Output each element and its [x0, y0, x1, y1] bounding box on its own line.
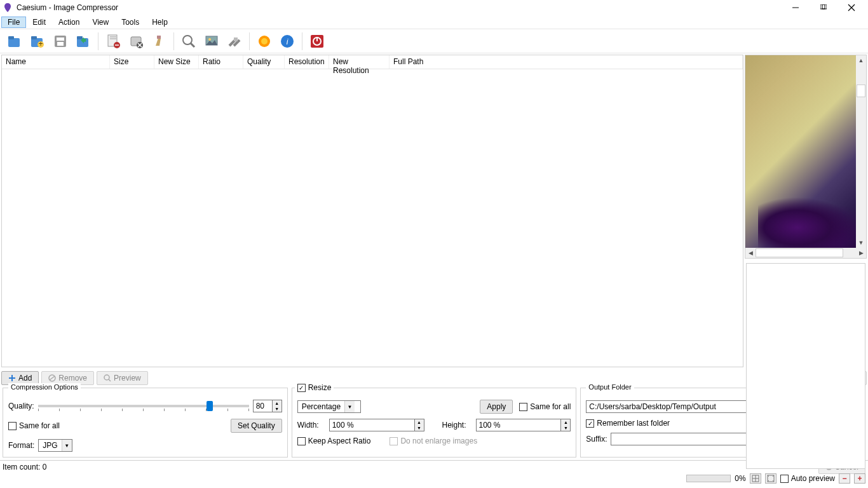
- height-label: Height:: [442, 421, 471, 430]
- preview-image[interactable]: [745, 55, 856, 248]
- menu-tools[interactable]: Tools: [115, 17, 146, 28]
- titlebar: Caesium - Image Compressor: [0, 0, 868, 15]
- keep-aspect-checkbox[interactable]: Keep Aspect Ratio: [297, 437, 371, 445]
- preview-button[interactable]: Preview: [97, 371, 148, 385]
- col-name[interactable]: Name: [2, 55, 110, 69]
- preview-icon[interactable]: [202, 32, 221, 51]
- auto-preview-checkbox[interactable]: Auto preview: [780, 474, 835, 483]
- svg-rect-15: [77, 36, 83, 39]
- app-icon: [3, 3, 13, 13]
- remove-all-icon[interactable]: [126, 32, 146, 51]
- svg-rect-8: [31, 36, 37, 39]
- preview-compressed-pane[interactable]: [746, 263, 865, 469]
- menu-action[interactable]: Action: [52, 17, 86, 28]
- compression-same-for-all-checkbox[interactable]: Same for all: [8, 421, 60, 430]
- width-label: Width:: [297, 421, 324, 430]
- menu-help[interactable]: Help: [146, 17, 174, 28]
- svg-text:+: +: [38, 39, 43, 48]
- add-button-label: Add: [18, 374, 32, 383]
- settings-icon[interactable]: [225, 32, 244, 51]
- save-list-icon[interactable]: [51, 32, 70, 51]
- progress-bar: [686, 475, 731, 482]
- set-quality-button[interactable]: Set Quality: [231, 419, 282, 433]
- fit-icon[interactable]: [750, 473, 761, 484]
- col-newsize[interactable]: New Size: [154, 55, 199, 69]
- svg-point-26: [183, 36, 192, 44]
- plus-icon: [8, 374, 16, 382]
- col-fullpath[interactable]: Full Path: [390, 55, 743, 69]
- clear-list-icon[interactable]: [149, 32, 168, 51]
- col-ratio[interactable]: Ratio: [199, 55, 243, 69]
- compression-group-title: Compression Options: [8, 383, 81, 391]
- svg-rect-25: [157, 36, 161, 39]
- col-newresolution[interactable]: New Resolution: [329, 55, 390, 69]
- quality-input[interactable]: [253, 400, 272, 412]
- remove-item-icon[interactable]: [104, 32, 123, 51]
- info-icon[interactable]: i: [278, 32, 297, 51]
- menu-view[interactable]: View: [86, 17, 115, 28]
- width-input[interactable]: [329, 419, 414, 431]
- format-select[interactable]: JPG▼: [38, 439, 72, 452]
- svg-rect-5: [8, 38, 20, 47]
- svg-line-45: [109, 379, 111, 381]
- window-title: Caesium - Image Compressor: [17, 3, 788, 12]
- menu-file[interactable]: File: [1, 17, 26, 28]
- maximize-button[interactable]: [816, 2, 831, 13]
- output-group-title: Output Folder: [586, 383, 634, 391]
- svg-line-27: [191, 43, 194, 47]
- menu-edit[interactable]: Edit: [26, 17, 52, 28]
- original-size-icon[interactable]: [765, 473, 776, 484]
- table-body[interactable]: [2, 69, 743, 367]
- svg-point-29: [208, 38, 211, 41]
- item-count-label: Item count:: [3, 463, 40, 471]
- col-quality[interactable]: Quality: [243, 55, 285, 69]
- close-button[interactable]: [844, 2, 859, 13]
- preview-original-pane: ▲ ▼ ◀ ▶: [745, 55, 867, 259]
- quality-label: Quality:: [8, 402, 34, 410]
- width-spinner[interactable]: ▲▼: [329, 419, 424, 431]
- zoom-in-button[interactable]: +: [854, 473, 865, 484]
- open-folder-icon[interactable]: +: [28, 32, 47, 51]
- open-file-icon[interactable]: [5, 32, 24, 51]
- remember-folder-checkbox[interactable]: ✓Remember last folder: [586, 419, 670, 428]
- preview-button-label: Preview: [114, 374, 141, 383]
- minimize-button[interactable]: [788, 2, 803, 13]
- resize-apply-button[interactable]: Apply: [480, 400, 513, 414]
- col-size[interactable]: Size: [110, 55, 154, 69]
- import-list-icon[interactable]: [74, 32, 93, 51]
- menubar: File Edit Action View Tools Help: [0, 15, 868, 29]
- magnifier-icon: [104, 374, 111, 382]
- height-spinner[interactable]: ▲▼: [476, 419, 571, 431]
- quality-slider[interactable]: [38, 405, 249, 407]
- height-input[interactable]: [476, 419, 561, 431]
- resize-group: ✓Resize Percentage▼ Apply Same for all W…: [292, 388, 577, 458]
- preview-vscrollbar[interactable]: ▲ ▼: [856, 55, 866, 248]
- resize-checkbox[interactable]: ✓Resize: [297, 383, 332, 392]
- compression-group: Compression Options Quality: ▲▼ Same for…: [3, 388, 288, 458]
- svg-line-43: [50, 376, 55, 380]
- format-label: Format:: [8, 441, 34, 450]
- svg-point-44: [104, 375, 109, 380]
- zoom-out-button[interactable]: −: [839, 473, 850, 484]
- zoom-icon[interactable]: [179, 32, 198, 51]
- col-resolution[interactable]: Resolution: [285, 55, 329, 69]
- svg-text:i: i: [287, 37, 288, 46]
- table-header: Name Size New Size Ratio Quality Resolut…: [2, 55, 743, 69]
- donate-icon[interactable]: [255, 32, 274, 51]
- item-count: 0: [43, 463, 47, 471]
- resize-same-for-all-checkbox[interactable]: Same for all: [519, 402, 571, 411]
- forbidden-icon: [48, 374, 56, 382]
- preview-hscrollbar[interactable]: ◀ ▶: [745, 248, 866, 258]
- resize-mode-select[interactable]: Percentage▼: [297, 400, 361, 413]
- suffix-label: Suffix:: [586, 435, 607, 444]
- file-table[interactable]: Name Size New Size Ratio Quality Resolut…: [1, 55, 743, 367]
- exit-icon[interactable]: [308, 32, 327, 51]
- svg-point-34: [261, 38, 268, 44]
- svg-rect-32: [234, 37, 238, 41]
- svg-rect-6: [8, 36, 14, 39]
- toolbar: + i: [0, 29, 868, 53]
- svg-rect-13: [57, 42, 64, 46]
- quality-spinner[interactable]: ▲▼: [253, 400, 282, 412]
- remove-button-label: Remove: [58, 374, 87, 383]
- progress-percent: 0%: [735, 474, 745, 483]
